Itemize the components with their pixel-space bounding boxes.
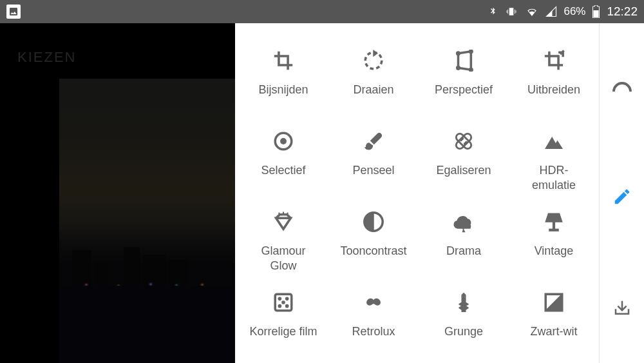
film-icon (270, 289, 296, 315)
lamp-icon (541, 209, 567, 235)
crop-icon (270, 48, 296, 74)
halfcircle-icon (361, 209, 386, 235)
svg-rect-0 (594, 10, 599, 17)
tool-label: Egaliseren (436, 163, 491, 178)
tool-label: Vintage (535, 244, 574, 259)
tool-label: Glamour Glow (261, 244, 305, 273)
tool-bw[interactable]: Zwart-wit (509, 283, 599, 363)
tool-label: Zwart-wit (531, 324, 578, 339)
guitar-icon (451, 289, 477, 315)
mustache-icon (361, 289, 386, 315)
gallery-app-icon (6, 5, 21, 19)
tool-glamour[interactable]: Glamour Glow (238, 202, 328, 283)
tool-label: Penseel (352, 163, 394, 178)
tool-label: Tooncontrast (340, 244, 406, 259)
tool-drama[interactable]: Drama (419, 202, 509, 283)
tool-brush[interactable]: Penseel (328, 122, 419, 202)
mountains-icon (541, 128, 567, 154)
tool-hdr[interactable]: HDR- emulatie (509, 122, 599, 202)
cloud-icon (451, 209, 477, 235)
tool-label: Drama (446, 244, 481, 259)
side-rail (599, 23, 644, 363)
edit-tab-icon[interactable] (612, 187, 632, 206)
tool-label: Korrelige film (249, 324, 317, 339)
export-tab-icon[interactable] (612, 299, 632, 318)
tool-label: Uitbreiden (527, 83, 580, 97)
brush-icon (361, 128, 386, 154)
rotate-icon (361, 48, 386, 74)
status-icons: 66% 12:22 (488, 5, 638, 19)
tool-healing[interactable]: Egaliseren (419, 122, 509, 202)
bandaid-icon (451, 128, 477, 154)
tool-label: Draaien (353, 83, 393, 97)
tool-tonal[interactable]: Tooncontrast (328, 202, 419, 283)
styles-tab-icon[interactable] (611, 81, 633, 94)
tool-expand[interactable]: Uitbreiden (509, 41, 599, 122)
tool-label: Bijsnijden (258, 83, 308, 97)
tool-label: Grunge (444, 324, 483, 339)
expand-icon (541, 48, 567, 74)
diamond-icon (270, 209, 296, 235)
tool-retrolux[interactable]: Retrolux (328, 283, 419, 363)
clock-time: 12:22 (607, 5, 638, 19)
open-button-label[interactable]: KIEZEN (17, 49, 76, 66)
tool-label: Selectief (261, 163, 305, 178)
tool-label: Retrolux (352, 324, 395, 339)
main-area: KIEZEN BijsnijdenDraaienPerspectiefUitbr… (0, 23, 644, 363)
left-panel: KIEZEN (0, 23, 235, 363)
bwsquare-icon (541, 289, 567, 315)
bluetooth-icon (488, 5, 498, 18)
tool-label: Perspectief (435, 83, 493, 97)
photo-preview[interactable] (59, 79, 235, 363)
tool-vintage[interactable]: Vintage (509, 202, 599, 283)
battery-percentage: 66% (564, 5, 585, 18)
wifi-icon (525, 6, 539, 17)
battery-icon (592, 5, 600, 18)
tools-panel: BijsnijdenDraaienPerspectiefUitbreidenSe… (235, 23, 599, 363)
status-bar: 66% 12:22 (0, 0, 644, 23)
tool-selective[interactable]: Selectief (238, 122, 328, 202)
tool-rotate[interactable]: Draaien (328, 41, 419, 122)
tool-perspective[interactable]: Perspectief (419, 41, 509, 122)
target-icon (270, 128, 296, 154)
tool-grunge[interactable]: Grunge (419, 283, 509, 363)
tool-grainy[interactable]: Korrelige film (238, 283, 328, 363)
tool-label: HDR- emulatie (532, 163, 576, 192)
signal-icon (545, 6, 557, 17)
perspective-icon (451, 48, 477, 74)
vibrate-icon (504, 5, 518, 18)
tool-crop[interactable]: Bijsnijden (238, 41, 328, 122)
